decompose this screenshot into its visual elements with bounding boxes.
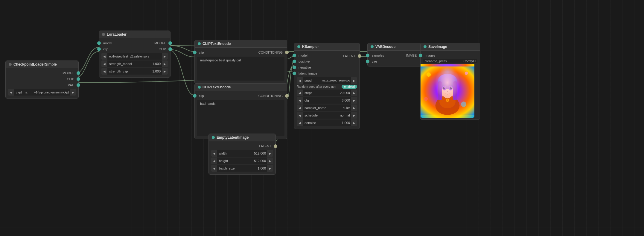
lora-clip-in-connector[interactable] <box>97 47 101 51</box>
ksampler-positive-label: positive <box>296 60 312 63</box>
save-images-label: images <box>422 54 438 57</box>
latent-out-label: LATENT <box>257 144 274 148</box>
svg-point-3 <box>461 102 466 107</box>
ckpt-name-right-btn[interactable]: ▶ <box>70 89 76 96</box>
lora-loader-header: LoraLoader <box>99 31 170 38</box>
empty-latent-node: EmptyLatentImage LATENT ◀ width 512.000 … <box>208 134 276 175</box>
clip-out-port: CLIP <box>6 76 78 82</box>
save-images-in: images <box>421 52 480 58</box>
width-right-btn[interactable]: ▶ <box>267 150 273 157</box>
ksampler-dot <box>297 45 300 48</box>
seed-value: 851616030078638.000 <box>321 79 351 82</box>
random-seed-label: Random seed after every gen <box>297 85 342 88</box>
lora-name-left-btn[interactable]: ◀ <box>101 53 107 60</box>
clip-neg-out-connector[interactable] <box>285 94 289 98</box>
svg-point-14 <box>443 87 445 90</box>
lora-model-in-connector[interactable] <box>97 41 101 45</box>
clip-neg-text[interactable]: bad hands <box>197 100 284 136</box>
strength-clip-left-btn[interactable]: ◀ <box>101 68 107 75</box>
clip-pos-in-port: clip <box>195 49 206 55</box>
strength-model-left-btn[interactable]: ◀ <box>101 60 107 67</box>
vae-samples-connector[interactable] <box>366 54 369 57</box>
sampler-label: sampler_name <box>303 106 342 110</box>
lora-model-out-port: MODEL <box>152 40 170 46</box>
ksampler-latent-connector[interactable] <box>293 72 296 75</box>
ksampler-header: KSampler <box>294 43 360 51</box>
batch-value: 1.000 <box>256 167 267 170</box>
clip-pos-header: CLIPTextEncode <box>195 40 287 48</box>
clip-out-connector[interactable] <box>77 77 80 81</box>
clip-neg-title: CLIPTextEncode <box>203 85 231 89</box>
empty-latent-dot <box>212 136 215 139</box>
clip-out-label: CLIP <box>65 77 77 81</box>
clip-pos-text[interactable]: masterpiece best quality girl <box>197 57 284 81</box>
seed-right-btn[interactable]: ▶ <box>351 77 357 84</box>
clip-pos-body: clip CONDITIONING masterpiece best quali… <box>195 48 287 84</box>
svg-point-12 <box>442 86 446 90</box>
vae-out-connector[interactable] <box>77 83 80 87</box>
lora-model-out-connector[interactable] <box>168 41 172 45</box>
width-left-btn[interactable]: ◀ <box>211 150 217 157</box>
sampler-left-btn[interactable]: ◀ <box>297 105 303 111</box>
latent-out-connector[interactable] <box>274 144 277 148</box>
strength-clip-label: strength_clip <box>107 69 151 73</box>
batch-left-btn[interactable]: ◀ <box>211 165 217 172</box>
ksampler-negative-connector[interactable] <box>293 66 296 69</box>
height-right-btn[interactable]: ▶ <box>267 158 273 164</box>
ksampler-latent-out: LATENT <box>341 53 360 59</box>
batch-right-btn[interactable]: ▶ <box>267 165 273 172</box>
width-label: width <box>217 152 253 155</box>
checkpoint-loader-title: CheckpointLoaderSimple <box>13 62 57 66</box>
random-seed-toggle[interactable]: enabled <box>342 85 357 89</box>
vae-vae-connector[interactable] <box>366 60 369 63</box>
strength-clip-right-btn[interactable]: ▶ <box>162 68 168 75</box>
steps-right-btn[interactable]: ▶ <box>351 90 357 96</box>
ksampler-model-connector[interactable] <box>293 54 296 57</box>
lora-name-right-btn[interactable]: ▶ <box>162 53 168 60</box>
checkpoint-loader-header: CheckpointLoaderSimple <box>6 61 78 68</box>
filename-prefix-control: filename_prefix ComfyUI <box>423 59 477 63</box>
clip-neg-body: clip CONDITIONING bad hands <box>195 91 287 139</box>
vae-samples-in: samples <box>368 52 386 58</box>
empty-latent-body: LATENT ◀ width 512.000 ▶ ◀ height 512.00… <box>209 141 275 174</box>
lora-clip-out-connector[interactable] <box>168 47 172 51</box>
svg-point-1 <box>427 72 431 77</box>
vae-decode-title: VAEDecode <box>375 45 395 49</box>
filename-prefix-value[interactable]: ComfyUI <box>462 59 477 63</box>
denoise-left-btn[interactable]: ◀ <box>297 119 303 126</box>
random-seed-row: Random seed after every gen enabled <box>297 85 357 89</box>
cfg-right-btn[interactable]: ▶ <box>351 97 357 104</box>
seed-left-btn[interactable]: ◀ <box>297 77 303 84</box>
lora-loader-dot <box>102 33 105 36</box>
clip-neg-in-connector[interactable] <box>193 94 197 98</box>
ksampler-latent-out-connector[interactable] <box>358 54 361 58</box>
vae-image-out: IMAGE <box>404 52 421 58</box>
clip-pos-out-label: CONDITIONING <box>256 51 285 54</box>
steps-left-btn[interactable]: ◀ <box>297 90 303 96</box>
svg-rect-11 <box>453 81 457 100</box>
model-out-connector[interactable] <box>77 71 80 75</box>
seed-label: seed <box>303 79 321 82</box>
strength-model-value: 1.000 <box>151 62 162 66</box>
ksampler-positive-in: positive <box>294 58 320 64</box>
anime-svg <box>421 64 474 118</box>
clip-neg-in-label: clip <box>197 94 206 98</box>
height-left-btn[interactable]: ◀ <box>211 158 217 164</box>
cfg-left-btn[interactable]: ◀ <box>297 97 303 104</box>
height-label: height <box>217 159 253 163</box>
ckpt-name-left-btn[interactable]: ◀ <box>8 89 14 96</box>
clip-neg-out-label: CONDITIONING <box>256 94 285 98</box>
svg-point-19 <box>446 99 449 102</box>
sampler-right-btn[interactable]: ▶ <box>351 105 357 111</box>
vae-vae-in: vae <box>368 58 386 64</box>
clip-pos-out-connector[interactable] <box>285 51 289 54</box>
strength-model-right-btn[interactable]: ▶ <box>162 60 168 67</box>
scheduler-right-btn[interactable]: ▶ <box>351 112 357 119</box>
lora-name-label: epiNoiseoffset_v2.safetensors <box>107 55 162 58</box>
clip-pos-in-connector[interactable] <box>193 51 197 54</box>
scheduler-left-btn[interactable]: ◀ <box>297 112 303 119</box>
save-images-connector[interactable] <box>419 54 422 57</box>
ksampler-positive-connector[interactable] <box>293 60 296 63</box>
cfg-value: 8.000 <box>340 99 351 102</box>
denoise-right-btn[interactable]: ▶ <box>351 119 357 126</box>
